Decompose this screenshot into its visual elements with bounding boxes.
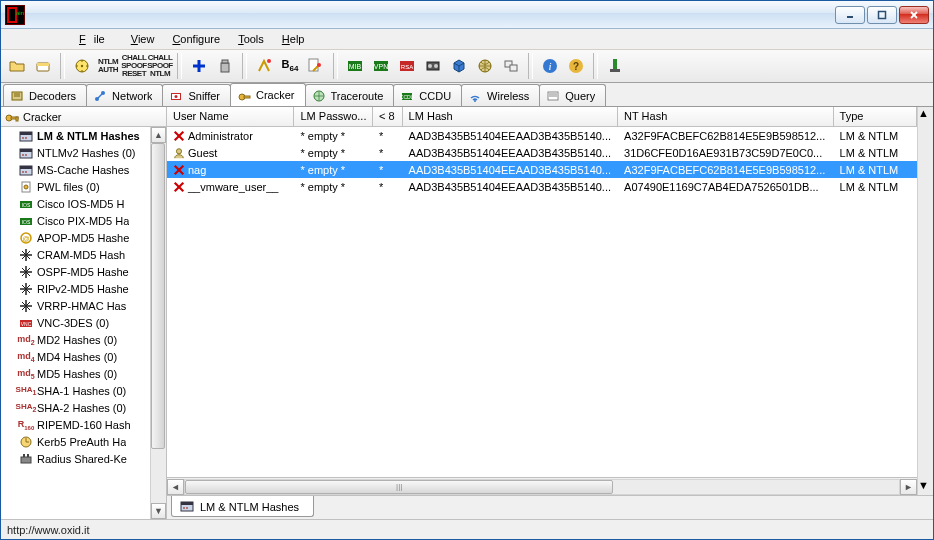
sidebar-item[interactable]: VRRP-HMAC Has xyxy=(1,297,150,314)
exit-icon[interactable] xyxy=(603,54,627,78)
sidebar-list[interactable]: LM & NTLM HashesNTLMv2 Hashes (0)MS-Cach… xyxy=(1,127,150,519)
column-header-user[interactable]: User Name xyxy=(167,107,294,126)
maximize-button[interactable] xyxy=(867,6,897,24)
decoders-icon xyxy=(10,89,24,103)
sidebar-item[interactable]: IOSCisco PIX-MD5 Ha xyxy=(1,212,150,229)
scroll-thumb[interactable] xyxy=(151,143,165,449)
mib-icon[interactable]: MIB xyxy=(343,54,367,78)
delete-icon[interactable] xyxy=(213,54,237,78)
pwl-icon xyxy=(19,180,33,194)
scroll-down-icon[interactable]: ▼ xyxy=(918,479,933,495)
sidebar-item[interactable]: R160RIPEMD-160 Hash xyxy=(1,416,150,433)
sidebar-item[interactable]: IOSCisco IOS-MD5 H xyxy=(1,195,150,212)
scroll-up-icon[interactable]: ▲ xyxy=(918,107,933,123)
chall-ntlm-icon[interactable]: CHALLSPOOFNTLM xyxy=(148,54,172,78)
sidebar-item[interactable]: OSPF-MD5 Hashe xyxy=(1,263,150,280)
tab-cracker[interactable]: Cracker xyxy=(230,83,306,106)
b64-icon[interactable]: B64 xyxy=(278,54,302,78)
ntlm-icon[interactable]: NTLMAUTH xyxy=(96,54,120,78)
minimize-button[interactable] xyxy=(835,6,865,24)
sidebar-item[interactable]: VNCVNC-3DES (0) xyxy=(1,314,150,331)
sidebar-item[interactable]: MS-Cache Hashes xyxy=(1,161,150,178)
cell-user: nag xyxy=(167,161,294,178)
menu-configure[interactable]: Configure xyxy=(164,31,228,47)
sidebar-item[interactable]: md5MD5 Hashes (0) xyxy=(1,365,150,382)
table-row[interactable]: Guest* empty **AAD3B435B51404EEAAD3B435B… xyxy=(167,144,917,161)
table-row[interactable]: __vmware_user__* empty **AAD3B435B51404E… xyxy=(167,178,917,195)
listview[interactable]: User NameLM Passwo...< 8LM HashNT HashTy… xyxy=(167,107,933,495)
tab-query[interactable]: Query xyxy=(539,84,606,106)
sidebar-scrollbar[interactable]: ▲ ▼ xyxy=(150,127,166,519)
vpn-icon[interactable]: VPN xyxy=(369,54,393,78)
column-header-lmhash[interactable]: LM Hash xyxy=(403,107,618,126)
menu-tools[interactable]: Tools xyxy=(230,31,272,47)
column-header-lt8[interactable]: < 8 xyxy=(373,107,403,126)
sidebar-item[interactable]: Kerb5 PreAuth Ha xyxy=(1,433,150,450)
svg-point-71 xyxy=(22,171,24,173)
sidebar-item[interactable]: md2MD2 Hashes (0) xyxy=(1,331,150,348)
cross-icon xyxy=(19,282,33,296)
column-header-type[interactable]: Type xyxy=(834,107,917,126)
menu-help[interactable]: Help xyxy=(274,31,313,47)
chall-reset-icon[interactable]: CHALLSPOOFRESET xyxy=(122,54,146,78)
status-text: http://www.oxid.it xyxy=(7,524,90,536)
open-icon[interactable] xyxy=(5,54,29,78)
launch-icon[interactable] xyxy=(252,54,276,78)
svg-point-67 xyxy=(22,154,24,156)
column-headers[interactable]: User NameLM Passwo...< 8LM HashNT HashTy… xyxy=(167,107,917,127)
table-row[interactable]: nag* empty **AAD3B435B51404EEAAD3B435B51… xyxy=(167,161,917,178)
table-row[interactable]: Administrator* empty **AAD3B435B51404EEA… xyxy=(167,127,917,144)
scroll-right-icon[interactable]: ► xyxy=(900,479,917,495)
close-button[interactable] xyxy=(899,6,929,24)
tab-traceroute[interactable]: Traceroute xyxy=(305,84,395,106)
cell-user: Administrator xyxy=(167,127,294,144)
menu-view[interactable]: View xyxy=(123,31,163,47)
folder-icon[interactable] xyxy=(31,54,55,78)
sidebar-item[interactable]: SHA2SHA-2 Hashes (0) xyxy=(1,399,150,416)
horizontal-scrollbar[interactable]: ◄ ||| ► xyxy=(167,477,917,495)
hash-icon xyxy=(19,129,33,143)
tab-wireless[interactable]: Wireless xyxy=(461,84,540,106)
sidebar-item[interactable]: RIPv2-MD5 Hashe xyxy=(1,280,150,297)
sidebar-item[interactable]: CRAM-MD5 Hash xyxy=(1,246,150,263)
sidebar-item[interactable]: md4MD4 Hashes (0) xyxy=(1,348,150,365)
sidebar-item[interactable]: SHA1SHA-1 Hashes (0) xyxy=(1,382,150,399)
scroll-down-icon[interactable]: ▼ xyxy=(151,503,166,519)
hscroll-thumb[interactable]: ||| xyxy=(185,480,613,494)
svg-text:@: @ xyxy=(22,235,29,242)
cube-icon[interactable] xyxy=(447,54,471,78)
help-icon[interactable]: ? xyxy=(564,54,588,78)
tab-ccdu[interactable]: CCDUCCDU xyxy=(393,84,462,106)
tab-sniffer[interactable]: Sniffer xyxy=(162,84,231,106)
svg-rect-4 xyxy=(879,11,886,18)
list-vscroll[interactable]: ▲ ▼ xyxy=(917,107,933,495)
record-icon[interactable] xyxy=(421,54,445,78)
radio-icon[interactable] xyxy=(70,54,94,78)
sidebar-item[interactable]: LM & NTLM Hashes xyxy=(1,127,150,144)
plus-icon[interactable] xyxy=(187,54,211,78)
cell-lmhash: AAD3B435B51404EEAAD3B435B5140... xyxy=(403,178,618,195)
sidebar: Cracker LM & NTLM HashesNTLMv2 Hashes (0… xyxy=(1,107,167,519)
cell-type: LM & NTLM xyxy=(834,144,917,161)
info-icon[interactable]: i xyxy=(538,54,562,78)
column-header-nthash[interactable]: NT Hash xyxy=(618,107,833,126)
sidebar-item[interactable]: PWL files (0) xyxy=(1,178,150,195)
rsa-icon[interactable]: RSA xyxy=(395,54,419,78)
remote-icon[interactable] xyxy=(499,54,523,78)
menu-file[interactable]: File xyxy=(71,31,121,47)
bottom-tab[interactable]: LM & NTLM Hashes xyxy=(171,496,314,517)
svg-point-107 xyxy=(176,148,181,153)
column-header-lmpw[interactable]: LM Passwo... xyxy=(294,107,373,126)
scroll-up-icon[interactable]: ▲ xyxy=(151,127,166,143)
svg-rect-113 xyxy=(181,502,193,505)
globe-icon[interactable] xyxy=(473,54,497,78)
svg-rect-8 xyxy=(37,63,49,66)
svg-point-114 xyxy=(183,507,185,509)
scroll-left-icon[interactable]: ◄ xyxy=(167,479,184,495)
tab-network[interactable]: Network xyxy=(86,84,163,106)
sidebar-item[interactable]: Radius Shared-Ke xyxy=(1,450,150,467)
find-icon[interactable] xyxy=(304,54,328,78)
tab-decoders[interactable]: Decoders xyxy=(3,84,87,106)
sidebar-item[interactable]: NTLMv2 Hashes (0) xyxy=(1,144,150,161)
sidebar-item[interactable]: @APOP-MD5 Hashe xyxy=(1,229,150,246)
